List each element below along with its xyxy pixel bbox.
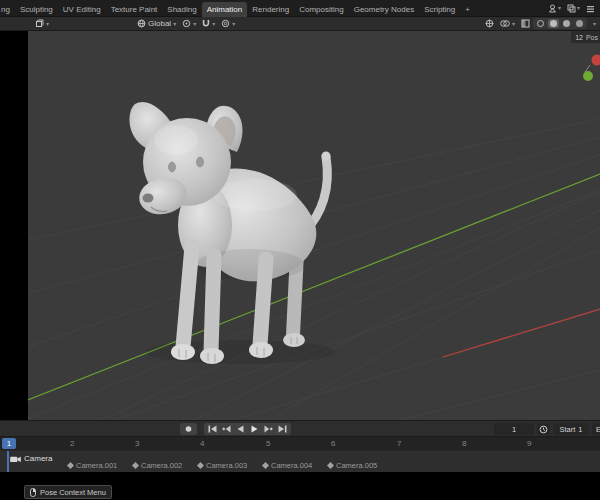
xray-toggle[interactable] [518,19,533,28]
chevron-down-icon: ▾ [512,21,515,27]
tab-animation[interactable]: Animation [202,2,248,17]
viewport-3d[interactable]: 12 Pos [0,31,600,420]
chevron-down-icon: ▾ [46,21,49,27]
play-button[interactable] [248,424,261,435]
status-message: Pose Context Menu [40,488,106,497]
xray-toggle-icon [521,19,530,28]
play-reverse-button[interactable] [234,424,247,435]
proportional-editing-toggle[interactable]: ▾ [218,19,238,28]
tab-geometry-nodes[interactable]: Geometry Nodes [349,2,419,17]
chevron-down-icon: ▾ [577,5,580,11]
tab-sculpting[interactable]: Sculpting [15,2,58,17]
transform-orientation-globe-icon [137,19,146,28]
gizmo-toggle[interactable] [482,19,497,28]
editor-type-icon [35,19,44,28]
status-hint: Pose Context Menu [24,485,112,499]
view-layer-selector[interactable]: ▾ [567,4,580,13]
previous-keyframe-icon [222,425,231,433]
ruler-number: 9 [527,439,531,448]
jump-to-start-button[interactable] [206,424,219,435]
pivot-point-dropdown[interactable]: ▾ [179,19,199,28]
shading-wireframe-button[interactable] [535,19,546,28]
ruler-number: 5 [266,439,270,448]
timeline-marker[interactable]: Camera.004 [263,461,312,470]
jump-to-start-icon [208,425,217,433]
add-workspace-button[interactable]: + [460,2,475,17]
previous-keyframe-button[interactable] [220,424,233,435]
viewport-shading-group [533,18,587,29]
status-bar: Pose Context Menu [0,472,600,500]
clock-icon [539,425,548,434]
auto-keying-record-button[interactable] [182,424,195,435]
frame-start-field[interactable]: Start 1 [553,423,589,435]
marker-label: Camera.004 [271,461,312,470]
playback-sync-button[interactable] [537,423,550,435]
marker-diamond-icon [197,462,204,469]
chevron-down-icon: ▾ [232,21,235,27]
workspace-tabs: ng Sculpting UV Editing Texture Paint Sh… [0,0,475,17]
timeline-marker-region[interactable]: Camera Camera.001 Camera.002 Camera.003 … [0,450,600,472]
play-icon [250,425,259,433]
tab-shading[interactable]: Shading [162,2,201,17]
timeline-ruler[interactable]: 1 2 3 4 5 6 7 8 9 [0,436,600,450]
current-frame-indicator[interactable]: 1 [2,438,16,449]
editor-type-button[interactable]: ▾ [32,19,52,28]
pivot-point-icon [182,19,191,28]
chevron-down-icon: ▾ [558,5,561,11]
tab-compositing[interactable]: Compositing [294,2,348,17]
gizmo-y-axis-ball[interactable] [583,71,593,81]
timeline-marker[interactable]: Camera.003 [198,461,247,470]
window-menu-button[interactable] [586,4,595,13]
marker-label: Camera.001 [76,461,117,470]
topbar: ng Sculpting UV Editing Texture Paint Sh… [0,0,600,17]
chevron-down-icon: ▾ [173,21,176,27]
shading-rendered-button[interactable] [574,19,585,28]
next-keyframe-button[interactable] [262,424,275,435]
start-label: Start [559,425,575,434]
snap-magnet-icon [202,19,210,28]
chevron-down-icon: ▾ [212,21,215,27]
timeline-marker[interactable]: Camera [10,454,52,463]
shading-options-button[interactable]: ▾ [590,21,600,27]
jump-to-end-button[interactable] [276,424,289,435]
timeline-header: 1 Start 1 End [0,420,600,436]
marker-diamond-icon [67,462,74,469]
view-layer-selector-icon [567,4,576,13]
timeline-marker[interactable]: Camera.001 [68,461,117,470]
next-keyframe-icon [264,425,273,433]
current-frame-field[interactable]: 1 [494,423,534,435]
mouse-right-click-icon [30,488,36,497]
shading-wireframe-icon [537,20,544,27]
viewport-left-black-strip [0,31,28,420]
marker-diamond-icon [132,462,139,469]
marker-label: Camera [24,454,52,463]
frame-end-field[interactable]: End [592,423,600,435]
sidebar-stub[interactable]: 12 Pos [571,31,600,43]
snap-toggle[interactable]: ▾ [199,19,218,28]
transform-orientation-dropdown[interactable]: Global ▾ [134,19,179,28]
tab-texture-paint[interactable]: Texture Paint [106,2,163,17]
gizmo-icon [485,19,494,28]
tab-scripting[interactable]: Scripting [419,2,460,17]
tab-uv-editing[interactable]: UV Editing [58,2,106,17]
camera-icon [10,455,21,463]
navigation-gizmo[interactable] [0,31,600,420]
gizmo-x-axis-ball[interactable] [592,55,600,66]
shading-rendered-icon [576,20,583,27]
current-frame-line[interactable] [7,451,9,473]
timeline-marker[interactable]: Camera.005 [328,461,377,470]
ruler-number: 4 [200,439,204,448]
viewport-header: ▾ Global ▾ ▾ ▾ ▾ [0,17,600,31]
timeline-marker[interactable]: Camera.002 [133,461,182,470]
ruler-number: 3 [135,439,139,448]
tab-rendering[interactable]: Rendering [247,2,294,17]
record-icon [184,425,193,433]
shading-material-button[interactable] [561,19,572,28]
shading-solid-button[interactable] [548,19,559,28]
chevron-down-icon: ▾ [193,21,196,27]
proportional-editing-icon [221,19,230,28]
marker-diamond-icon [262,462,269,469]
overlays-toggle[interactable]: ▾ [497,19,518,28]
tab-modeling[interactable]: ng [0,2,15,17]
scene-selector[interactable]: ▾ [548,4,561,13]
